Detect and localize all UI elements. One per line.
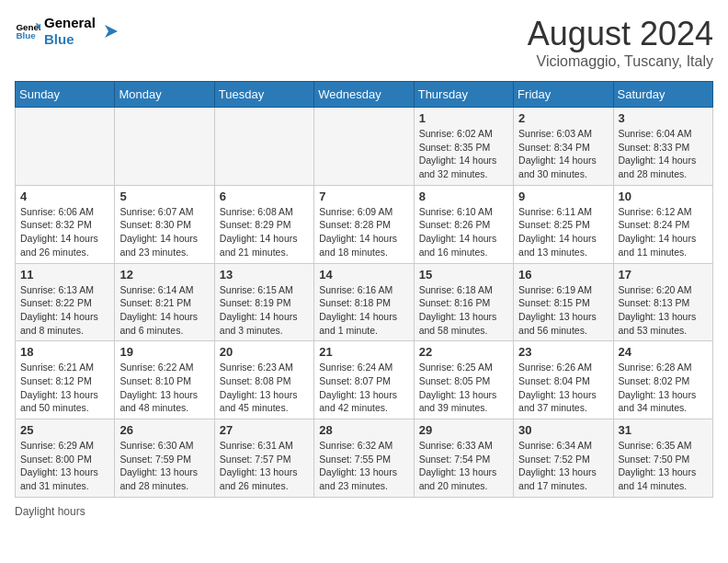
day-number: 19	[119, 345, 209, 359]
day-info: Sunrise: 6:07 AM Sunset: 8:30 PM Dayligh…	[119, 205, 209, 259]
day-info: Sunrise: 6:08 AM Sunset: 8:29 PM Dayligh…	[220, 205, 309, 259]
day-number: 23	[518, 345, 608, 359]
day-cell-6: 6Sunrise: 6:08 AM Sunset: 8:29 PM Daylig…	[214, 185, 313, 263]
day-cell-11: 11Sunrise: 6:13 AM Sunset: 8:22 PM Dayli…	[16, 263, 115, 341]
day-number: 18	[20, 345, 109, 359]
day-cell-15: 15Sunrise: 6:18 AM Sunset: 8:16 PM Dayli…	[414, 263, 513, 341]
footer: Daylight hours	[15, 505, 713, 518]
day-cell-2: 2Sunrise: 6:03 AM Sunset: 8:34 PM Daylig…	[514, 108, 613, 186]
day-number: 31	[619, 423, 708, 437]
logo-blue: Blue	[44, 31, 96, 48]
day-cell-17: 17Sunrise: 6:20 AM Sunset: 8:13 PM Dayli…	[613, 263, 712, 341]
empty-cell	[214, 108, 313, 186]
day-cell-8: 8Sunrise: 6:10 AM Sunset: 8:26 PM Daylig…	[414, 185, 513, 263]
day-info: Sunrise: 6:30 AM Sunset: 7:59 PM Dayligh…	[119, 439, 209, 493]
day-cell-22: 22Sunrise: 6:25 AM Sunset: 8:05 PM Dayli…	[414, 341, 513, 419]
day-cell-26: 26Sunrise: 6:30 AM Sunset: 7:59 PM Dayli…	[115, 419, 214, 498]
logo-general: General	[44, 15, 96, 31]
day-info: Sunrise: 6:09 AM Sunset: 8:28 PM Dayligh…	[319, 205, 408, 259]
day-cell-5: 5Sunrise: 6:07 AM Sunset: 8:30 PM Daylig…	[115, 185, 214, 263]
day-number: 28	[319, 423, 408, 437]
day-info: Sunrise: 6:32 AM Sunset: 7:55 PM Dayligh…	[319, 439, 408, 493]
week-row-3: 18Sunrise: 6:21 AM Sunset: 8:12 PM Dayli…	[16, 341, 713, 419]
day-cell-23: 23Sunrise: 6:26 AM Sunset: 8:04 PM Dayli…	[514, 341, 613, 419]
day-info: Sunrise: 6:29 AM Sunset: 8:00 PM Dayligh…	[20, 439, 109, 493]
header-wednesday: Wednesday	[314, 82, 414, 108]
day-cell-30: 30Sunrise: 6:34 AM Sunset: 7:52 PM Dayli…	[514, 419, 613, 498]
week-row-2: 11Sunrise: 6:13 AM Sunset: 8:22 PM Dayli…	[16, 263, 713, 341]
day-info: Sunrise: 6:28 AM Sunset: 8:02 PM Dayligh…	[619, 361, 708, 415]
day-number: 5	[119, 190, 209, 203]
day-info: Sunrise: 6:26 AM Sunset: 8:04 PM Dayligh…	[518, 361, 608, 415]
day-number: 20	[220, 345, 309, 359]
empty-cell	[314, 108, 414, 186]
day-number: 30	[518, 423, 608, 437]
day-cell-3: 3Sunrise: 6:04 AM Sunset: 8:33 PM Daylig…	[613, 108, 712, 186]
day-cell-31: 31Sunrise: 6:35 AM Sunset: 7:50 PM Dayli…	[613, 419, 712, 498]
day-info: Sunrise: 6:02 AM Sunset: 8:35 PM Dayligh…	[419, 127, 508, 181]
day-info: Sunrise: 6:19 AM Sunset: 8:15 PM Dayligh…	[518, 283, 608, 338]
day-info: Sunrise: 6:31 AM Sunset: 7:57 PM Dayligh…	[220, 439, 309, 493]
day-number: 27	[220, 423, 309, 437]
day-number: 21	[319, 345, 408, 359]
day-info: Sunrise: 6:13 AM Sunset: 8:22 PM Dayligh…	[20, 283, 109, 338]
day-info: Sunrise: 6:23 AM Sunset: 8:08 PM Dayligh…	[220, 361, 309, 415]
day-number: 14	[319, 268, 408, 282]
day-cell-19: 19Sunrise: 6:22 AM Sunset: 8:10 PM Dayli…	[115, 341, 214, 419]
header: General Blue General Blue August 2024 Vi…	[15, 15, 713, 70]
day-cell-10: 10Sunrise: 6:12 AM Sunset: 8:24 PM Dayli…	[613, 185, 712, 263]
day-info: Sunrise: 6:20 AM Sunset: 8:13 PM Dayligh…	[619, 283, 708, 338]
empty-cell	[115, 108, 214, 186]
day-number: 8	[419, 190, 508, 203]
day-cell-25: 25Sunrise: 6:29 AM Sunset: 8:00 PM Dayli…	[16, 419, 115, 498]
svg-marker-4	[105, 25, 118, 38]
day-info: Sunrise: 6:14 AM Sunset: 8:21 PM Dayligh…	[119, 283, 209, 338]
day-number: 13	[220, 268, 309, 282]
day-number: 26	[119, 423, 209, 437]
day-number: 24	[619, 345, 708, 359]
day-cell-29: 29Sunrise: 6:33 AM Sunset: 7:54 PM Dayli…	[414, 419, 513, 498]
day-info: Sunrise: 6:33 AM Sunset: 7:54 PM Dayligh…	[419, 439, 508, 493]
day-cell-24: 24Sunrise: 6:28 AM Sunset: 8:02 PM Dayli…	[613, 341, 712, 419]
day-cell-9: 9Sunrise: 6:11 AM Sunset: 8:25 PM Daylig…	[514, 185, 613, 263]
day-info: Sunrise: 6:35 AM Sunset: 7:50 PM Dayligh…	[619, 439, 708, 493]
day-info: Sunrise: 6:16 AM Sunset: 8:18 PM Dayligh…	[319, 283, 408, 338]
day-info: Sunrise: 6:11 AM Sunset: 8:25 PM Dayligh…	[518, 205, 608, 259]
day-info: Sunrise: 6:03 AM Sunset: 8:34 PM Dayligh…	[518, 127, 608, 181]
day-cell-27: 27Sunrise: 6:31 AM Sunset: 7:57 PM Dayli…	[214, 419, 313, 498]
day-number: 29	[419, 423, 508, 437]
day-cell-20: 20Sunrise: 6:23 AM Sunset: 8:08 PM Dayli…	[214, 341, 313, 419]
day-info: Sunrise: 6:22 AM Sunset: 8:10 PM Dayligh…	[119, 361, 209, 415]
title-area: August 2024 Viciomaggio, Tuscany, Italy	[528, 15, 713, 70]
day-info: Sunrise: 6:24 AM Sunset: 8:07 PM Dayligh…	[319, 361, 408, 415]
day-info: Sunrise: 6:25 AM Sunset: 8:05 PM Dayligh…	[419, 361, 508, 415]
day-number: 16	[518, 268, 608, 282]
day-cell-12: 12Sunrise: 6:14 AM Sunset: 8:21 PM Dayli…	[115, 263, 214, 341]
day-number: 22	[419, 345, 508, 359]
day-cell-14: 14Sunrise: 6:16 AM Sunset: 8:18 PM Dayli…	[314, 263, 414, 341]
day-number: 10	[619, 190, 708, 203]
day-number: 1	[419, 111, 508, 125]
day-cell-21: 21Sunrise: 6:24 AM Sunset: 8:07 PM Dayli…	[314, 341, 414, 419]
week-row-1: 4Sunrise: 6:06 AM Sunset: 8:32 PM Daylig…	[16, 185, 713, 263]
calendar-title: August 2024	[528, 15, 713, 53]
day-number: 12	[119, 268, 209, 282]
day-number: 15	[419, 268, 508, 282]
days-header-row: SundayMondayTuesdayWednesdayThursdayFrid…	[16, 82, 713, 108]
day-cell-4: 4Sunrise: 6:06 AM Sunset: 8:32 PM Daylig…	[16, 185, 115, 263]
day-info: Sunrise: 6:21 AM Sunset: 8:12 PM Dayligh…	[20, 361, 109, 415]
week-row-0: 1Sunrise: 6:02 AM Sunset: 8:35 PM Daylig…	[16, 108, 713, 186]
day-info: Sunrise: 6:18 AM Sunset: 8:16 PM Dayligh…	[419, 283, 508, 338]
logo-icon: General Blue	[15, 18, 40, 44]
logo-arrow-icon	[101, 21, 121, 41]
day-cell-1: 1Sunrise: 6:02 AM Sunset: 8:35 PM Daylig…	[414, 108, 513, 186]
day-number: 11	[20, 268, 109, 282]
week-row-4: 25Sunrise: 6:29 AM Sunset: 8:00 PM Dayli…	[16, 419, 713, 498]
day-cell-13: 13Sunrise: 6:15 AM Sunset: 8:19 PM Dayli…	[214, 263, 313, 341]
day-info: Sunrise: 6:10 AM Sunset: 8:26 PM Dayligh…	[419, 205, 508, 259]
day-cell-7: 7Sunrise: 6:09 AM Sunset: 8:28 PM Daylig…	[314, 185, 414, 263]
day-info: Sunrise: 6:15 AM Sunset: 8:19 PM Dayligh…	[220, 283, 309, 338]
day-cell-28: 28Sunrise: 6:32 AM Sunset: 7:55 PM Dayli…	[314, 419, 414, 498]
svg-text:Blue: Blue	[16, 30, 36, 40]
day-number: 6	[220, 190, 309, 203]
